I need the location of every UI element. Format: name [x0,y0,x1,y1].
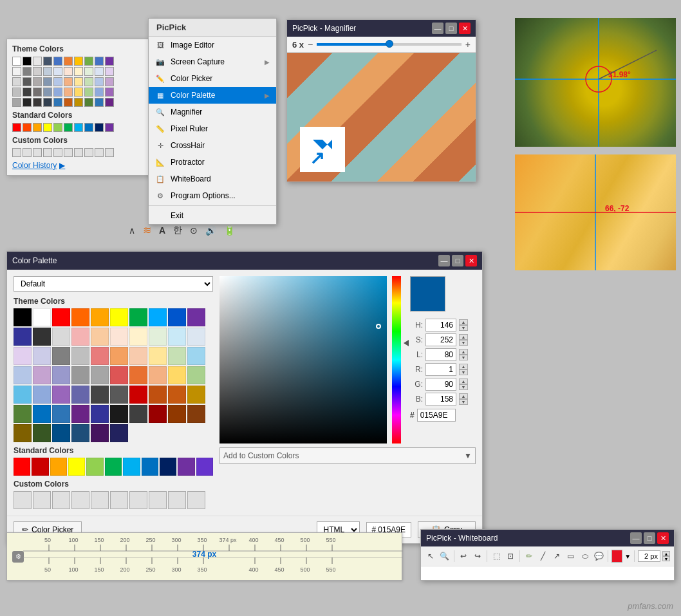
theme-swatch[interactable] [33,67,42,76]
custom-swatch[interactable] [74,148,83,157]
palette-swatch[interactable] [129,308,147,326]
taskbar-chevron-up[interactable]: ∧ [129,225,135,236]
palette-swatch[interactable] [129,347,147,365]
theme-swatch[interactable] [12,67,21,76]
palette-swatch[interactable] [33,347,51,365]
palette-swatch[interactable] [149,386,167,404]
palette-swatch[interactable] [52,347,70,365]
palette-swatch[interactable] [187,347,205,365]
wb-thickness-spin[interactable]: ▲ ▼ [662,551,670,561]
wb-rect-btn[interactable]: ▭ [565,549,577,563]
theme-swatch[interactable] [33,57,42,66]
palette-swatch[interactable] [149,366,167,384]
r-spin[interactable]: ▲ ▼ [459,364,468,375]
zoom-slider[interactable] [317,43,462,46]
standard-swatch[interactable] [43,123,52,132]
palette-swatch[interactable] [168,308,186,326]
zoom-minus[interactable]: − [308,39,313,50]
palette-swatch[interactable] [52,328,70,346]
wb-close-btn[interactable]: ✕ [657,532,669,544]
standard-palette-swatch[interactable] [196,458,213,476]
palette-swatch[interactable] [110,347,128,365]
palette-swatch[interactable] [71,347,89,365]
custom-palette-swatch[interactable] [33,491,51,509]
palette-dropdown[interactable]: Default [14,276,213,292]
theme-swatch[interactable] [43,67,52,76]
color-area[interactable] [219,276,387,443]
theme-swatch[interactable] [53,57,62,66]
palette-swatch[interactable] [129,386,147,404]
palette-swatch[interactable] [110,366,128,384]
standard-swatch[interactable] [23,123,32,132]
palette-close-btn[interactable]: ✕ [465,255,477,266]
l-spin-down[interactable]: ▼ [459,355,468,360]
palette-swatch[interactable] [129,366,147,384]
theme-swatch[interactable] [23,77,32,86]
wb-color-swatch[interactable] [611,550,622,563]
g-input[interactable] [425,378,456,391]
theme-swatch[interactable] [64,77,73,86]
b-spin-up[interactable]: ▲ [459,393,468,399]
standard-swatch[interactable] [74,123,83,132]
theme-swatch[interactable] [23,67,32,76]
theme-swatch[interactable] [74,98,83,107]
standard-palette-swatch[interactable] [123,458,140,476]
palette-swatch[interactable] [149,328,167,346]
wb-thick-up[interactable]: ▲ [662,551,670,556]
palette-swatch[interactable] [71,424,89,442]
custom-swatch[interactable] [23,148,32,157]
theme-swatch[interactable] [74,77,83,86]
r-spin-down[interactable]: ▼ [459,369,468,375]
standard-swatch[interactable] [84,123,93,132]
custom-palette-swatch[interactable] [168,491,186,509]
palette-swatch[interactable] [187,308,205,326]
l-input[interactable] [425,348,456,361]
theme-swatch[interactable] [74,57,83,66]
r-input[interactable] [425,363,456,376]
theme-swatch[interactable] [12,77,21,86]
theme-swatch[interactable] [105,67,114,76]
custom-swatch[interactable] [105,148,114,157]
magnifier-close-btn[interactable]: ✕ [459,23,471,34]
palette-swatch[interactable] [33,308,51,326]
palette-swatch[interactable] [71,386,89,404]
theme-swatch[interactable] [84,57,93,66]
wb-pencil-btn[interactable]: ✏ [523,549,536,563]
palette-swatch[interactable] [14,308,32,326]
theme-swatch[interactable] [95,57,104,66]
ruler-gear-btn[interactable]: ⚙ [12,551,24,563]
wb-maximize-btn[interactable]: □ [644,532,655,544]
palette-swatch[interactable] [91,405,109,423]
palette-swatch[interactable] [110,405,128,423]
standard-swatch[interactable] [33,123,42,132]
palette-swatch[interactable] [52,424,70,442]
palette-swatch[interactable] [187,386,205,404]
palette-swatch[interactable] [110,308,128,326]
wb-minimize-btn[interactable]: — [630,532,642,544]
menu-item-pixel-ruler[interactable]: 📏 Pixel Ruler [149,120,276,137]
magnifier-maximize-btn[interactable]: □ [445,23,457,34]
palette-swatch[interactable] [129,405,147,423]
theme-swatch[interactable] [43,98,52,107]
palette-swatch[interactable] [129,328,147,346]
theme-swatch[interactable] [64,88,73,97]
wb-lasso-btn[interactable]: ⊡ [505,549,517,563]
theme-swatch[interactable] [12,98,21,107]
theme-swatch[interactable] [84,98,93,107]
palette-swatch[interactable] [52,405,70,423]
taskbar-volume[interactable]: 🔊 [205,225,216,236]
r-spin-up[interactable]: ▲ [459,364,468,369]
standard-palette-swatch[interactable] [32,458,48,476]
standard-palette-swatch[interactable] [68,458,85,476]
theme-swatch[interactable] [12,57,21,66]
theme-swatch[interactable] [33,77,42,86]
palette-swatch[interactable] [33,328,51,346]
picpick-menu[interactable]: PicPick 🖼 Image Editor 📷 Screen Capture … [148,18,277,225]
theme-swatch[interactable] [84,67,93,76]
wb-pointer-btn[interactable]: ↖ [425,549,437,563]
magnifier-minimize-btn[interactable]: — [432,23,443,34]
taskbar-wifi[interactable]: ⊙ [190,225,198,236]
menu-item-protractor[interactable]: 📐 Protractor [149,154,276,171]
palette-swatch[interactable] [33,424,51,442]
theme-swatch[interactable] [95,88,104,97]
